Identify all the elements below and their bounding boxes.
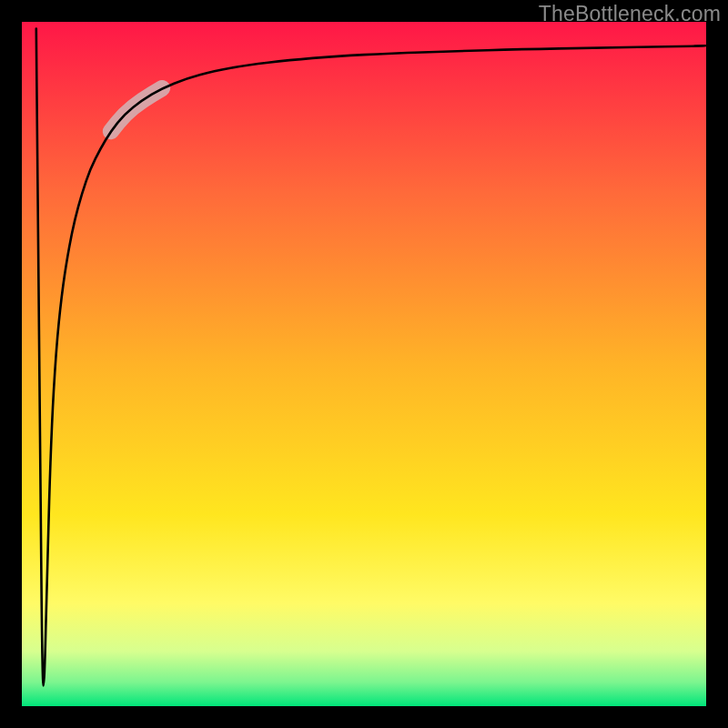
attribution-label: TheBottleneck.com [539, 2, 721, 26]
chart-svg [0, 0, 728, 728]
bottleneck-chart: TheBottleneck.com [0, 0, 728, 728]
